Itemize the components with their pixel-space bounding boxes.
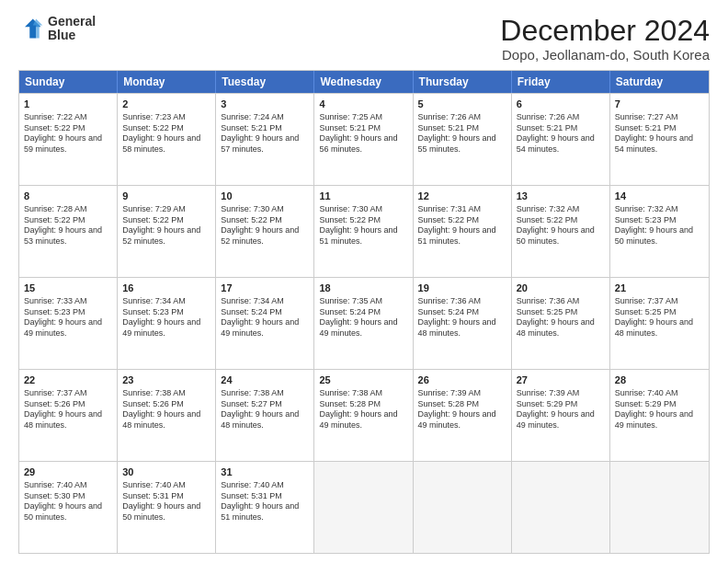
calendar-cell: 4Sunrise: 7:25 AM Sunset: 5:21 PM Daylig…: [314, 94, 413, 185]
calendar-cell: 23Sunrise: 7:38 AM Sunset: 5:26 PM Dayli…: [118, 370, 216, 461]
day-number: 6: [517, 98, 605, 111]
header-day: Saturday: [610, 71, 709, 93]
calendar-cell: 17Sunrise: 7:34 AM Sunset: 5:24 PM Dayli…: [216, 278, 314, 369]
cell-info: Sunrise: 7:34 AM Sunset: 5:24 PM Dayligh…: [221, 296, 309, 339]
header-day: Thursday: [414, 71, 512, 93]
day-number: 18: [319, 282, 407, 295]
cell-info: Sunrise: 7:32 AM Sunset: 5:23 PM Dayligh…: [615, 204, 704, 247]
day-number: 31: [221, 465, 309, 479]
calendar-cell: 8Sunrise: 7:28 AM Sunset: 5:22 PM Daylig…: [19, 186, 118, 277]
calendar-cell: 7Sunrise: 7:27 AM Sunset: 5:21 PM Daylig…: [610, 94, 709, 185]
day-number: 14: [615, 190, 704, 203]
header-day: Monday: [118, 71, 216, 93]
calendar-cell: 20Sunrise: 7:36 AM Sunset: 5:25 PM Dayli…: [512, 278, 610, 369]
calendar-cell: 3Sunrise: 7:24 AM Sunset: 5:21 PM Daylig…: [216, 94, 314, 185]
calendar-cell: 1Sunrise: 7:22 AM Sunset: 5:22 PM Daylig…: [19, 94, 118, 185]
calendar-cell: 26Sunrise: 7:39 AM Sunset: 5:28 PM Dayli…: [414, 370, 512, 461]
cell-info: Sunrise: 7:39 AM Sunset: 5:29 PM Dayligh…: [517, 388, 605, 431]
cell-info: Sunrise: 7:32 AM Sunset: 5:22 PM Dayligh…: [517, 204, 605, 247]
cell-info: Sunrise: 7:40 AM Sunset: 5:31 PM Dayligh…: [221, 480, 309, 523]
calendar-cell: 28Sunrise: 7:40 AM Sunset: 5:29 PM Dayli…: [610, 370, 709, 461]
calendar-row: 29Sunrise: 7:40 AM Sunset: 5:30 PM Dayli…: [19, 461, 709, 553]
cell-info: Sunrise: 7:23 AM Sunset: 5:22 PM Dayligh…: [122, 112, 210, 155]
cell-info: Sunrise: 7:27 AM Sunset: 5:21 PM Dayligh…: [615, 112, 704, 155]
cell-info: Sunrise: 7:30 AM Sunset: 5:22 PM Dayligh…: [221, 204, 309, 247]
calendar-row: 1Sunrise: 7:22 AM Sunset: 5:22 PM Daylig…: [19, 93, 709, 185]
cell-info: Sunrise: 7:33 AM Sunset: 5:23 PM Dayligh…: [24, 296, 112, 339]
calendar-cell: 31Sunrise: 7:40 AM Sunset: 5:31 PM Dayli…: [216, 462, 314, 553]
calendar-cell: 25Sunrise: 7:38 AM Sunset: 5:28 PM Dayli…: [314, 370, 413, 461]
calendar-cell: 11Sunrise: 7:30 AM Sunset: 5:22 PM Dayli…: [314, 186, 413, 277]
page: General Blue December 2024 Dopo, Jeollan…: [0, 0, 728, 563]
cell-info: Sunrise: 7:37 AM Sunset: 5:25 PM Dayligh…: [615, 296, 704, 339]
calendar-cell: 5Sunrise: 7:26 AM Sunset: 5:21 PM Daylig…: [414, 94, 512, 185]
cell-info: Sunrise: 7:36 AM Sunset: 5:24 PM Dayligh…: [418, 296, 506, 339]
cell-info: Sunrise: 7:35 AM Sunset: 5:24 PM Dayligh…: [319, 296, 407, 339]
cell-info: Sunrise: 7:31 AM Sunset: 5:22 PM Dayligh…: [418, 204, 506, 247]
day-number: 27: [517, 373, 605, 387]
day-number: 4: [319, 98, 407, 111]
day-number: 15: [24, 282, 112, 295]
cell-info: Sunrise: 7:38 AM Sunset: 5:26 PM Dayligh…: [122, 388, 210, 431]
cell-info: Sunrise: 7:22 AM Sunset: 5:22 PM Dayligh…: [24, 112, 112, 155]
calendar-cell: 21Sunrise: 7:37 AM Sunset: 5:25 PM Dayli…: [610, 278, 709, 369]
header-day: Sunday: [19, 71, 118, 93]
logo: General Blue: [18, 15, 96, 43]
cell-info: Sunrise: 7:40 AM Sunset: 5:29 PM Dayligh…: [615, 388, 704, 431]
day-number: 25: [319, 373, 407, 387]
day-number: 24: [221, 373, 309, 387]
calendar-cell: 18Sunrise: 7:35 AM Sunset: 5:24 PM Dayli…: [314, 278, 413, 369]
cell-info: Sunrise: 7:26 AM Sunset: 5:21 PM Dayligh…: [418, 112, 506, 155]
cell-info: Sunrise: 7:30 AM Sunset: 5:22 PM Dayligh…: [319, 204, 407, 247]
calendar-cell: 27Sunrise: 7:39 AM Sunset: 5:29 PM Dayli…: [512, 370, 610, 461]
calendar-row: 8Sunrise: 7:28 AM Sunset: 5:22 PM Daylig…: [19, 185, 709, 277]
calendar-cell: 29Sunrise: 7:40 AM Sunset: 5:30 PM Dayli…: [19, 462, 118, 553]
calendar-cell: 14Sunrise: 7:32 AM Sunset: 5:23 PM Dayli…: [610, 186, 709, 277]
cell-info: Sunrise: 7:38 AM Sunset: 5:28 PM Dayligh…: [319, 388, 407, 431]
cell-info: Sunrise: 7:26 AM Sunset: 5:21 PM Dayligh…: [517, 112, 605, 155]
calendar-cell: 10Sunrise: 7:30 AM Sunset: 5:22 PM Dayli…: [216, 186, 314, 277]
calendar-row: 15Sunrise: 7:33 AM Sunset: 5:23 PM Dayli…: [19, 277, 709, 369]
header-day: Tuesday: [216, 71, 314, 93]
day-number: 20: [517, 282, 605, 295]
cell-info: Sunrise: 7:34 AM Sunset: 5:23 PM Dayligh…: [122, 296, 210, 339]
calendar-cell: 15Sunrise: 7:33 AM Sunset: 5:23 PM Dayli…: [19, 278, 118, 369]
header-day: Friday: [512, 71, 610, 93]
calendar-cell: [610, 462, 709, 553]
calendar-cell: [314, 462, 413, 553]
calendar-cell: 13Sunrise: 7:32 AM Sunset: 5:22 PM Dayli…: [512, 186, 610, 277]
cell-info: Sunrise: 7:29 AM Sunset: 5:22 PM Dayligh…: [122, 204, 210, 247]
cell-info: Sunrise: 7:39 AM Sunset: 5:28 PM Dayligh…: [418, 388, 506, 431]
calendar-cell: 22Sunrise: 7:37 AM Sunset: 5:26 PM Dayli…: [19, 370, 118, 461]
day-number: 12: [418, 190, 506, 203]
day-number: 29: [24, 465, 112, 479]
day-number: 11: [319, 190, 407, 203]
day-number: 16: [122, 282, 210, 295]
cell-info: Sunrise: 7:40 AM Sunset: 5:31 PM Dayligh…: [122, 480, 210, 523]
calendar-header: SundayMondayTuesdayWednesdayThursdayFrid…: [19, 71, 709, 93]
cell-info: Sunrise: 7:25 AM Sunset: 5:21 PM Dayligh…: [319, 112, 407, 155]
day-number: 26: [418, 373, 506, 387]
cell-info: Sunrise: 7:28 AM Sunset: 5:22 PM Dayligh…: [24, 204, 112, 247]
cell-info: Sunrise: 7:24 AM Sunset: 5:21 PM Dayligh…: [221, 112, 309, 155]
main-title: December 2024: [500, 15, 710, 47]
day-number: 17: [221, 282, 309, 295]
day-number: 28: [615, 373, 704, 387]
calendar-cell: 19Sunrise: 7:36 AM Sunset: 5:24 PM Dayli…: [414, 278, 512, 369]
subtitle: Dopo, Jeollanam-do, South Korea: [500, 47, 710, 63]
cell-info: Sunrise: 7:37 AM Sunset: 5:26 PM Dayligh…: [24, 388, 112, 431]
title-block: December 2024 Dopo, Jeollanam-do, South …: [500, 15, 710, 63]
day-number: 13: [517, 190, 605, 203]
cell-info: Sunrise: 7:36 AM Sunset: 5:25 PM Dayligh…: [517, 296, 605, 339]
day-number: 7: [615, 98, 704, 111]
day-number: 8: [24, 190, 112, 203]
calendar-body: 1Sunrise: 7:22 AM Sunset: 5:22 PM Daylig…: [19, 93, 709, 553]
calendar-cell: 16Sunrise: 7:34 AM Sunset: 5:23 PM Dayli…: [118, 278, 216, 369]
day-number: 5: [418, 98, 506, 111]
header: General Blue December 2024 Dopo, Jeollan…: [18, 15, 710, 63]
calendar: SundayMondayTuesdayWednesdayThursdayFrid…: [18, 70, 710, 554]
calendar-cell: 12Sunrise: 7:31 AM Sunset: 5:22 PM Dayli…: [414, 186, 512, 277]
calendar-row: 22Sunrise: 7:37 AM Sunset: 5:26 PM Dayli…: [19, 369, 709, 461]
calendar-cell: 24Sunrise: 7:38 AM Sunset: 5:27 PM Dayli…: [216, 370, 314, 461]
day-number: 10: [221, 190, 309, 203]
